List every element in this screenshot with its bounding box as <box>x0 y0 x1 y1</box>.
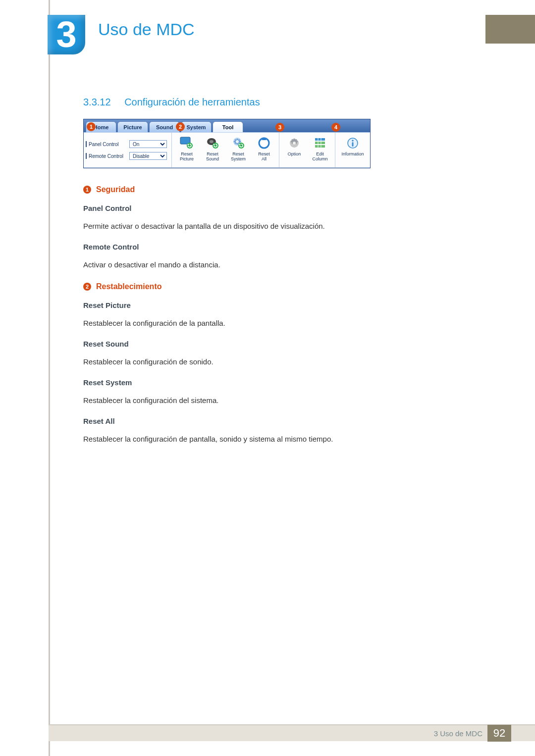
callout-badge-1: 1 <box>83 186 91 194</box>
reset-picture-icon <box>179 136 194 151</box>
desc-reset-sound: Restablecer la configuración de sonido. <box>83 357 214 366</box>
callout-2: 2 <box>176 122 185 131</box>
tab-picture[interactable]: Picture <box>117 121 148 132</box>
reset-all-icon <box>257 136 271 151</box>
remote-control-select[interactable]: Disable <box>129 152 167 160</box>
label-reset-sound: Reset Sound <box>83 340 129 348</box>
info-group: 4 Information <box>335 133 370 167</box>
svg-point-9 <box>238 143 244 149</box>
chapter-number: 3 <box>56 16 76 53</box>
reset-picture-label: ResetPicture <box>180 152 194 162</box>
panel-control-label: Panel Control <box>89 142 127 147</box>
reset-sound-button[interactable]: ResetSound <box>200 134 225 166</box>
reset-system-icon <box>231 136 246 151</box>
tools-group: 3 Option EditColumn <box>279 133 335 167</box>
reset-sound-icon <box>205 136 220 151</box>
left-margin-stripe <box>49 0 50 756</box>
option-button[interactable]: Option <box>281 134 307 166</box>
reset-all-button[interactable]: ResetAll <box>251 134 277 166</box>
desc-reset-all: Restablecer la configuración de pantalla… <box>83 435 333 443</box>
panel-row-panel-control: Panel Control On <box>86 140 168 148</box>
subheading-restablecimiento: 2 Restablecimiento <box>83 282 161 291</box>
desc-reset-system: Restablecer la configuración del sistema… <box>83 396 218 404</box>
information-button[interactable]: Information <box>337 134 368 166</box>
label-reset-all: Reset All <box>83 417 115 425</box>
svg-rect-15 <box>315 138 325 141</box>
option-gear-icon <box>287 136 302 151</box>
callout-1: 1 <box>87 122 96 131</box>
label-panel-control: Panel Control <box>83 204 132 212</box>
callout-3: 3 <box>275 123 284 132</box>
label-remote-control: Remote Control <box>83 243 139 251</box>
svg-point-21 <box>352 140 354 142</box>
row-marker-icon <box>86 141 87 147</box>
reset-picture-button[interactable]: ResetPicture <box>174 134 200 166</box>
section-number: 3.3.12 <box>83 97 111 107</box>
reset-all-label: ResetAll <box>258 152 270 162</box>
app-toolbar: Panel Control On Remote Control Disable … <box>84 132 370 168</box>
section-title: Configuración de herramientas <box>124 97 260 107</box>
app-screenshot: Home Picture Sound System Tool 1 2 Panel… <box>83 119 371 168</box>
panel-control-select[interactable]: On <box>129 140 167 148</box>
desc-panel-control: Permite activar o desactivar la pantalla… <box>83 222 325 230</box>
callout-4: 4 <box>331 123 340 132</box>
footer-text: 3 Uso de MDC <box>434 729 482 738</box>
panel-security-box: Panel Control On Remote Control Disable <box>84 133 172 167</box>
app-tabs: Home Picture Sound System Tool 1 2 <box>84 119 370 132</box>
section-heading: 3.3.12 Configuración de herramientas <box>83 97 260 108</box>
footer-page-number: 92 <box>487 725 511 742</box>
edit-column-label: EditColumn <box>312 152 327 162</box>
reset-sound-label: ResetSound <box>206 152 219 162</box>
row-marker-icon <box>86 153 87 159</box>
label-reset-system: Reset System <box>83 378 132 387</box>
information-label: Information <box>341 152 364 157</box>
reset-system-label: ResetSystem <box>231 152 246 162</box>
subheading-seguridad: 1 Seguridad <box>83 185 135 194</box>
svg-point-8 <box>236 140 239 143</box>
tab-system[interactable]: System <box>181 121 212 132</box>
svg-rect-17 <box>315 145 325 148</box>
chapter-badge: 3 <box>48 15 85 54</box>
subheading-restablecimiento-text: Restablecimiento <box>96 282 161 291</box>
desc-remote-control: Activar o desactivar el mando a distanci… <box>83 260 220 269</box>
label-reset-picture: Reset Picture <box>83 301 131 309</box>
desc-reset-picture: Restablecer la configuración de la panta… <box>83 319 225 327</box>
remote-control-label: Remote Control <box>89 153 127 159</box>
svg-rect-16 <box>315 142 325 144</box>
edit-column-icon <box>313 136 327 151</box>
svg-point-14 <box>293 142 296 145</box>
svg-point-4 <box>210 140 214 143</box>
svg-point-5 <box>213 143 218 149</box>
option-label: Option <box>288 152 301 157</box>
callout-badge-2: 2 <box>83 283 91 291</box>
information-icon <box>345 136 360 151</box>
svg-point-1 <box>187 143 193 149</box>
tab-tool[interactable]: Tool <box>213 121 243 132</box>
chapter-title: Uso de MDC <box>98 20 195 39</box>
top-accent-bar <box>485 15 535 44</box>
subheading-seguridad-text: Seguridad <box>96 185 135 194</box>
panel-row-remote-control: Remote Control Disable <box>86 152 168 160</box>
reset-system-button[interactable]: ResetSystem <box>225 134 251 166</box>
edit-column-button[interactable]: EditColumn <box>307 134 333 166</box>
reset-group: ResetPicture ResetSound ResetSystem Rese… <box>172 133 279 167</box>
tab-sound[interactable]: Sound <box>149 121 180 132</box>
page-footer: 3 Uso de MDC 92 <box>49 724 535 741</box>
svg-rect-22 <box>352 142 354 147</box>
